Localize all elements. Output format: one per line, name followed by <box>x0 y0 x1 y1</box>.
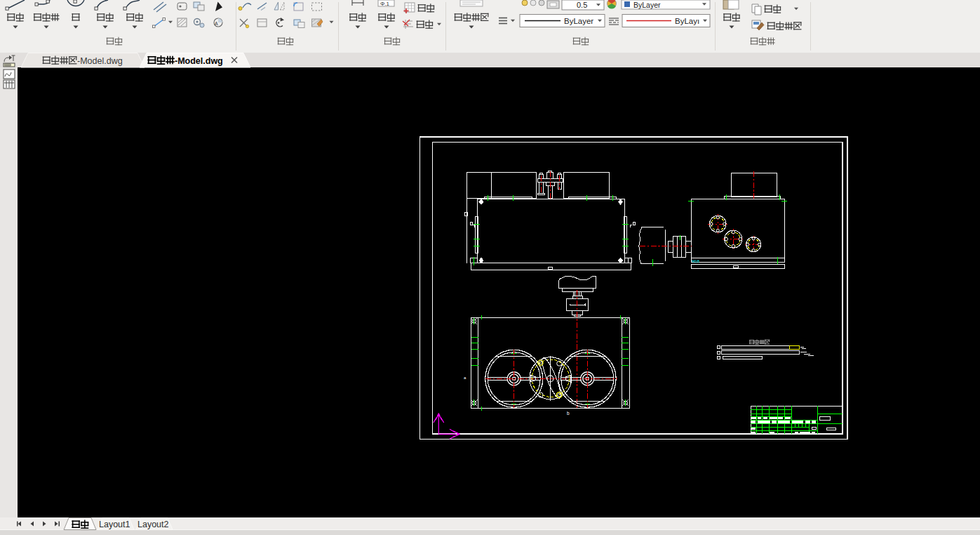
svg-text:M18: M18 <box>692 259 699 263</box>
svg-text:ByLayer: ByLayer <box>633 1 661 9</box>
svg-text:Layout2: Layout2 <box>137 520 169 529</box>
svg-text:-Model.dwg: -Model.dwg <box>77 56 123 66</box>
svg-text:b: b <box>567 411 570 416</box>
svg-text:Φ.1: Φ.1 <box>380 1 390 7</box>
svg-text:-Model.dwg: -Model.dwg <box>175 56 223 66</box>
svg-text:Layout1: Layout1 <box>99 520 130 529</box>
svg-text:A: A <box>215 21 218 26</box>
svg-text:ByLayı: ByLayı <box>675 17 699 25</box>
svg-text:0.5: 0.5 <box>577 1 587 9</box>
svg-text:ByLayer: ByLayer <box>564 17 593 25</box>
